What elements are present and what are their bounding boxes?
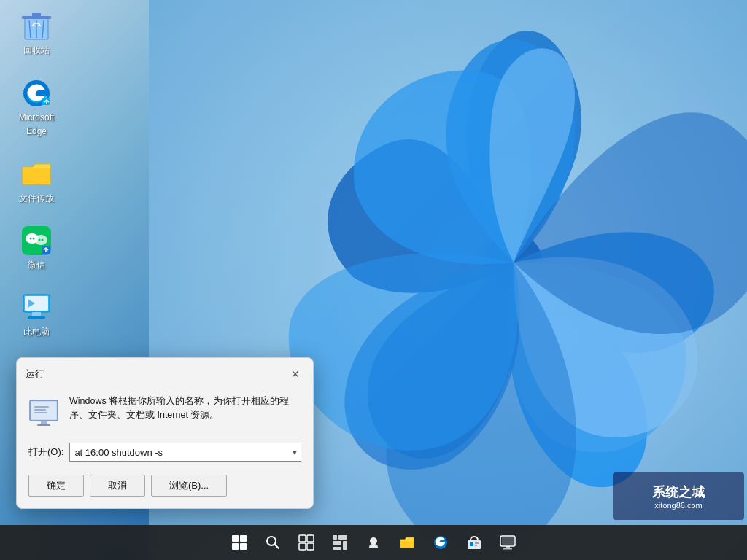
svg-rect-50: [502, 537, 514, 545]
desktop-icon-edge[interactable]: Microsoft Edge: [7, 74, 66, 141]
watermark: 系统之城 xitong86.com: [613, 472, 744, 520]
svg-rect-19: [28, 316, 45, 319]
desktop: 回收站 Microsoft Edge: [0, 0, 747, 560]
dialog-input-label: 打开(O):: [28, 446, 63, 459]
svg-rect-24: [34, 406, 49, 408]
svg-point-14: [42, 239, 44, 241]
dialog-cancel-button[interactable]: 取消: [90, 475, 145, 497]
svg-rect-29: [232, 543, 239, 550]
svg-rect-4: [32, 13, 41, 18]
svg-rect-18: [32, 312, 41, 316]
taskbar-search-button[interactable]: [257, 526, 289, 559]
svg-rect-52: [503, 548, 512, 550]
svg-point-10: [34, 235, 47, 245]
desktop-icon-this-pc[interactable]: 此电脑: [7, 289, 66, 341]
svg-rect-26: [34, 412, 47, 413]
svg-rect-40: [343, 541, 347, 550]
svg-rect-27: [232, 535, 239, 542]
taskbar-start-button[interactable]: [223, 526, 255, 559]
svg-rect-33: [299, 535, 306, 542]
svg-point-13: [39, 239, 41, 241]
taskbar-edge-button[interactable]: [425, 526, 457, 559]
dialog-title: 运行: [26, 368, 44, 381]
file-transfer-label: 文件传放: [19, 193, 54, 205]
dialog-body: Windows 将根据你所输入的名称，为你打开相应的程序、文件夹、文档或 Int…: [17, 389, 313, 440]
svg-rect-23: [37, 424, 50, 426]
dialog-browse-button[interactable]: 浏览(B)...: [151, 475, 227, 497]
svg-rect-47: [475, 542, 479, 544]
dialog-run-icon: [28, 397, 59, 428]
svg-point-42: [370, 537, 377, 545]
svg-rect-43: [400, 541, 414, 548]
edge-label: Microsoft: [19, 112, 55, 124]
dialog-input-field[interactable]: [69, 443, 301, 462]
svg-point-12: [33, 238, 35, 240]
taskbar-widgets-button[interactable]: [324, 526, 356, 559]
dialog-titlebar: 运行 ✕: [17, 358, 313, 389]
watermark-url: xitong86.com: [654, 501, 702, 510]
svg-rect-34: [307, 535, 314, 542]
dialog-buttons: 确定 取消 浏览(B)...: [17, 469, 313, 508]
svg-rect-22: [41, 421, 47, 424]
svg-rect-36: [307, 543, 314, 550]
run-dialog: 运行 ✕ Windows 将根据你所输入的名称，为你打开相应的程序、文件夹、文档…: [16, 357, 314, 509]
wechat-icon: [20, 225, 53, 257]
svg-rect-38: [338, 535, 347, 540]
taskbar-task-view-button[interactable]: [290, 526, 322, 559]
svg-rect-37: [333, 535, 337, 540]
this-pc-icon: [20, 292, 53, 324]
folder-icon: [20, 158, 53, 190]
edge-icon: [20, 77, 53, 109]
svg-rect-48: [475, 545, 477, 546]
taskbar-remote-button[interactable]: [492, 526, 524, 559]
recycle-bin-label: 回收站: [23, 45, 50, 57]
dialog-input-row: 打开(O): ▼: [17, 440, 313, 469]
svg-rect-46: [470, 542, 473, 546]
taskbar-explorer-button[interactable]: [391, 526, 423, 559]
dialog-ok-button[interactable]: 确定: [28, 475, 84, 497]
svg-rect-39: [333, 541, 341, 545]
svg-rect-35: [299, 543, 306, 550]
taskbar-center: [223, 526, 524, 559]
wechat-label: 微信: [28, 260, 45, 271]
taskbar-store-button[interactable]: [458, 526, 490, 559]
taskbar-chat-button[interactable]: [357, 526, 390, 559]
dialog-description: Windows 将根据你所输入的名称，为你打开相应的程序、文件夹、文档或 Int…: [69, 394, 301, 422]
svg-rect-25: [34, 409, 46, 411]
desktop-icon-wechat[interactable]: 微信: [7, 222, 66, 274]
svg-rect-28: [240, 535, 247, 542]
recycle-bin-icon: [20, 10, 53, 42]
svg-point-11: [30, 238, 32, 240]
svg-rect-45: [468, 540, 481, 549]
desktop-icon-file-transfer[interactable]: 文件传放: [7, 155, 66, 208]
svg-rect-51: [506, 546, 510, 548]
dialog-close-button[interactable]: ✕: [287, 365, 304, 383]
taskbar: [0, 525, 747, 560]
this-pc-label: 此电脑: [23, 327, 50, 338]
desktop-icons-container: 回收站 Microsoft Edge: [7, 7, 66, 341]
svg-rect-30: [240, 543, 247, 550]
dialog-input-wrapper: ▼: [69, 443, 301, 462]
svg-rect-7: [23, 168, 50, 184]
watermark-title: 系统之城: [652, 483, 705, 501]
edge-label2: Edge: [26, 126, 47, 138]
svg-rect-41: [333, 547, 341, 550]
svg-line-32: [275, 545, 279, 549]
desktop-icon-recycle-bin[interactable]: 回收站: [7, 7, 66, 60]
